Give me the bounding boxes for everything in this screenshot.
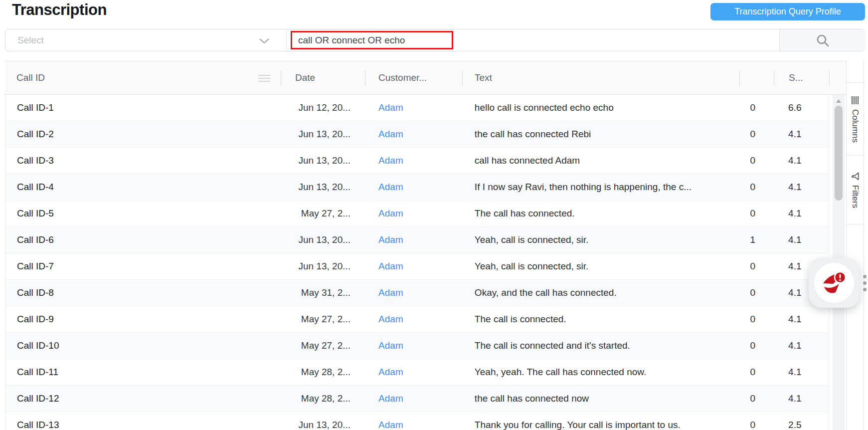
cell-customer[interactable]: Adam <box>365 208 462 219</box>
table-row[interactable]: Call ID-11May 28, 2...AdamYeah, yeah. Th… <box>5 359 829 386</box>
column-header-date[interactable]: Date <box>281 72 365 83</box>
header-divider <box>774 71 774 86</box>
cell-customer[interactable]: Adam <box>365 314 462 325</box>
cell-score: 4.1 <box>773 129 829 140</box>
cell-score: 4.1 <box>773 208 829 219</box>
vertical-scrollbar-thumb[interactable] <box>835 106 843 201</box>
cell-call-id: Call ID-5 <box>5 208 281 219</box>
table-row[interactable]: Call ID-7Jun 13, 20...AdamYeah, call is … <box>5 253 829 280</box>
header-divider <box>281 71 281 86</box>
transcription-query-profile-button[interactable]: Transcription Query Profile <box>710 3 865 20</box>
cell-customer[interactable]: Adam <box>365 340 462 351</box>
cell-date: Jun 13, 20... <box>281 420 365 430</box>
cell-score: 4.1 <box>773 155 829 166</box>
cell-call-id: Call ID-9 <box>5 314 281 325</box>
cell-text: the call has connected Rebi <box>462 129 739 140</box>
column-header-call-id[interactable]: Call ID <box>5 72 281 83</box>
cell-call-id: Call ID-3 <box>5 155 281 166</box>
cell-customer[interactable]: Adam <box>365 155 462 166</box>
cell-customer[interactable]: Adam <box>365 393 462 404</box>
table-row[interactable]: Call ID-6Jun 13, 20...AdamYeah, call is … <box>5 227 829 253</box>
cell-customer[interactable]: Adam <box>365 287 462 298</box>
table-row[interactable]: Call ID-12May 28, 2...Adamthe call has c… <box>5 386 829 412</box>
cell-text: The call is connected and it's started. <box>462 340 739 351</box>
cell-score: 4.1 <box>773 393 829 404</box>
tab-columns-label: Columns <box>850 109 860 142</box>
cell-customer[interactable]: Adam <box>365 182 462 193</box>
select-dropdown[interactable]: Select <box>5 29 286 51</box>
divider <box>286 29 287 51</box>
table-header: Call ID Date Customer... Text S... <box>5 61 846 95</box>
table-row[interactable]: Call ID-1Jun 12, 20...Adamhello call is … <box>5 95 829 121</box>
tab-filters[interactable]: Filters <box>847 156 864 224</box>
cell-text: Yeah, call is connected, sir. <box>462 261 739 272</box>
search-query-input[interactable] <box>298 31 737 49</box>
cell-text: Okay, and the call has connected. <box>462 287 739 298</box>
cell-call-id: Call ID-8 <box>5 287 281 298</box>
cell-call-id: Call ID-7 <box>5 261 281 272</box>
cell-text: the call has connected now <box>462 393 739 404</box>
tab-columns[interactable]: Columns <box>847 82 864 156</box>
cell-text: If I now say Ravi, then nothing is happe… <box>462 182 739 193</box>
table-row[interactable]: Call ID-8May 31, 2...AdamOkay, and the c… <box>5 280 829 306</box>
cell-score: 4.1 <box>773 182 829 193</box>
cell-count: 0 <box>739 155 773 166</box>
column-menu-icon[interactable] <box>258 75 270 84</box>
table-row[interactable]: Call ID-4Jun 13, 20...AdamIf I now say R… <box>5 174 829 201</box>
search-button[interactable] <box>780 29 866 51</box>
cell-customer[interactable]: Adam <box>365 234 462 245</box>
cell-score: 2.5 <box>773 420 829 430</box>
cell-text: Yeah, call is connected, sir. <box>462 234 739 245</box>
header-divider <box>739 71 740 86</box>
cell-customer[interactable]: Adam <box>365 102 462 113</box>
cell-call-id: Call ID-2 <box>5 129 281 140</box>
cell-score: 4.1 <box>773 367 829 378</box>
header-divider <box>829 71 830 86</box>
cell-date: May 27, 2... <box>281 340 365 351</box>
cell-date: Jun 13, 20... <box>281 261 365 272</box>
widget-drag-handle[interactable] <box>863 275 867 294</box>
cell-customer[interactable]: Adam <box>365 420 462 430</box>
cell-count: 0 <box>739 287 773 298</box>
table-row[interactable]: Call ID-2Jun 13, 20...Adamthe call has c… <box>5 121 829 148</box>
cell-customer[interactable]: Adam <box>365 129 462 140</box>
cell-text: The call has connected. <box>462 208 739 219</box>
cell-call-id: Call ID-10 <box>5 340 281 351</box>
cell-text: The call is connected. <box>462 314 739 325</box>
tab-filters-label: Filters <box>850 185 860 208</box>
cell-date: May 28, 2... <box>281 393 365 404</box>
cell-text: hello call is connected echo echo <box>462 102 739 113</box>
column-header-text[interactable]: Text <box>462 72 739 83</box>
assistant-widget-button[interactable] <box>809 258 860 308</box>
cell-text: Yeah, yeah. The call has connected now. <box>462 367 739 378</box>
table-row[interactable]: Call ID-5May 27, 2...AdamThe call has co… <box>5 201 829 227</box>
filter-icon <box>851 172 860 180</box>
cell-date: Jun 13, 20... <box>281 182 365 193</box>
column-header-score[interactable]: S... <box>774 72 829 83</box>
table-row[interactable]: Call ID-3Jun 13, 20...Adamcall has conne… <box>5 148 829 174</box>
cell-date: May 27, 2... <box>281 208 365 219</box>
cell-call-id: Call ID-4 <box>5 182 281 193</box>
cell-date: Jun 13, 20... <box>281 234 365 245</box>
cell-date: Jun 12, 20... <box>281 102 365 113</box>
cell-call-id: Call ID-13 <box>5 420 281 430</box>
column-header-customer[interactable]: Customer... <box>365 72 462 83</box>
cell-call-id: Call ID-12 <box>5 393 281 404</box>
page-title: Transcription <box>12 1 107 19</box>
cell-score: 4.1 <box>773 314 829 325</box>
cell-count: 0 <box>739 129 773 140</box>
chevron-down-icon <box>259 38 270 44</box>
cell-score: 6.6 <box>773 102 829 113</box>
select-placeholder: Select <box>17 35 44 46</box>
table-row[interactable]: Call ID-13Jun 13, 20...AdamThank you for… <box>5 412 829 430</box>
cell-date: Jun 13, 20... <box>281 155 365 166</box>
cell-text: Thank you for calling. Your call is impo… <box>462 420 739 430</box>
scroll-up-arrow-icon[interactable] <box>836 99 841 103</box>
cell-text: call has connected Adam <box>462 155 739 166</box>
cell-customer[interactable]: Adam <box>365 261 462 272</box>
table-row[interactable]: Call ID-9May 27, 2...AdamThe call is con… <box>5 306 829 333</box>
cell-customer[interactable]: Adam <box>365 367 462 378</box>
table-row[interactable]: Call ID-10May 27, 2...AdamThe call is co… <box>5 333 829 359</box>
header-divider <box>365 71 365 86</box>
header-divider <box>462 71 463 86</box>
